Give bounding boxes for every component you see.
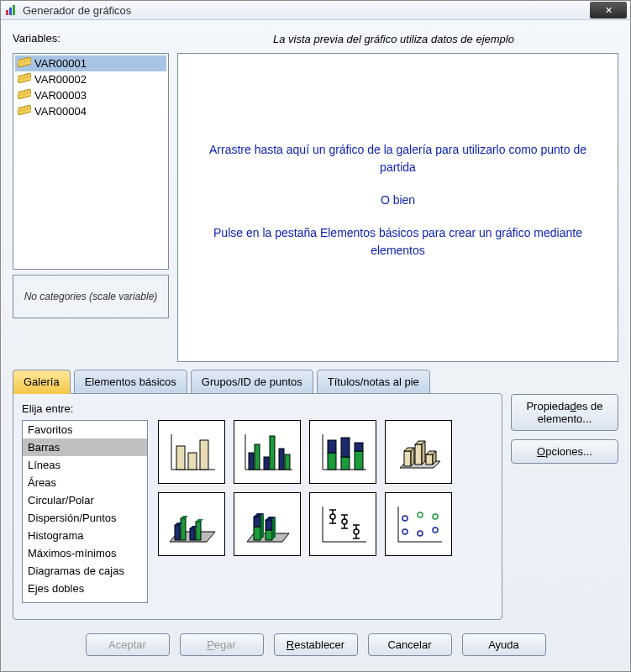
svg-rect-18	[18, 105, 31, 115]
tab-galer-a[interactable]: Galería	[13, 370, 71, 394]
variable-item[interactable]: VAR00002	[15, 71, 166, 87]
thumb-3d-bar[interactable]	[385, 420, 452, 484]
preview-msg-or: O bien	[381, 192, 415, 209]
tab-strip: GaleríaElementos básicosGrupos/ID de pun…	[13, 369, 502, 393]
help-button[interactable]: Ayuda	[462, 633, 546, 656]
window-title: Generador de gráficos	[23, 4, 590, 17]
chart-type-item[interactable]: Dispersión/Puntos	[23, 509, 147, 527]
variable-name: VAR00001	[34, 57, 87, 70]
thumb-3d-clustered-bar[interactable]	[158, 492, 225, 556]
thumb-scatter-dot[interactable]	[385, 492, 452, 556]
chart-type-list[interactable]: FavoritosBarrasLíneasÁreasCircular/Polar…	[22, 420, 148, 603]
svg-point-85	[354, 529, 359, 534]
chart-type-item[interactable]: Diagramas de cajas	[23, 562, 147, 580]
svg-rect-31	[255, 444, 260, 470]
svg-marker-47	[411, 448, 414, 466]
svg-rect-45	[404, 451, 411, 466]
variable-name: VAR00003	[34, 89, 87, 102]
chart-type-item[interactable]: Máximos-mínimos	[23, 544, 147, 562]
categories-box: No categories (scale variable)	[13, 275, 169, 318]
tab-elementos-b-sicos[interactable]: Elementos básicos	[74, 370, 187, 394]
cancel-button[interactable]: Cancelar	[368, 633, 452, 656]
svg-point-91	[418, 531, 423, 536]
svg-rect-0	[6, 10, 8, 15]
svg-point-88	[402, 516, 408, 521]
preview-msg-drag: Arrastre hasta aquí un gráfico de la gal…	[195, 141, 601, 176]
element-properties-button[interactable]: Propiedades de elemento...	[511, 394, 618, 431]
svg-rect-58	[196, 522, 201, 540]
svg-rect-1	[9, 8, 12, 15]
titlebar: Generador de gráficos ✕	[1, 1, 630, 20]
chart-builder-dialog: Generador de gráficos ✕ Variables: La vi…	[0, 0, 631, 672]
gallery-tab-body: Elija entre: FavoritosBarrasLíneasÁreasC…	[13, 393, 502, 620]
variable-item[interactable]: VAR00004	[15, 103, 166, 119]
svg-marker-62	[196, 519, 203, 522]
ruler-icon	[18, 105, 31, 118]
svg-point-77	[330, 514, 335, 519]
ruler-icon	[18, 73, 31, 86]
chart-preview-dropzone[interactable]: Arrastre hasta aquí un gráfico de la gal…	[177, 53, 618, 362]
svg-rect-55	[175, 525, 180, 540]
svg-rect-56	[181, 518, 186, 540]
svg-marker-60	[181, 516, 188, 518]
chart-type-item[interactable]: Circular/Polar	[23, 491, 147, 509]
svg-rect-41	[341, 438, 350, 457]
svg-rect-38	[328, 453, 336, 470]
ruler-icon	[18, 89, 31, 102]
svg-rect-35	[285, 454, 290, 470]
paste-button[interactable]: Pegar	[180, 633, 264, 656]
svg-rect-8	[18, 73, 31, 83]
thumb-simple-bar[interactable]	[158, 420, 225, 484]
thumb-clustered-bar[interactable]	[234, 420, 301, 484]
chart-type-item[interactable]: Histograma	[23, 527, 147, 544]
svg-rect-57	[190, 528, 195, 540]
ruler-icon	[18, 57, 31, 70]
svg-rect-13	[18, 89, 31, 99]
variable-name: VAR00002	[34, 73, 87, 86]
svg-marker-71	[272, 517, 276, 540]
close-button[interactable]: ✕	[590, 2, 627, 18]
svg-rect-33	[270, 436, 275, 470]
svg-point-92	[433, 514, 438, 519]
svg-rect-65	[254, 517, 260, 527]
app-icon	[4, 3, 18, 17]
svg-marker-50	[422, 441, 425, 465]
chart-type-item[interactable]: Favoritos	[23, 421, 147, 438]
variable-item[interactable]: VAR00003	[15, 87, 166, 103]
tab-t-tulos-notas-al-pie[interactable]: Títulos/notas al pie	[317, 370, 430, 394]
svg-rect-40	[341, 457, 350, 470]
thumb-error-bar[interactable]	[309, 492, 376, 556]
variables-label: Variables:	[13, 32, 169, 45]
variable-item[interactable]: VAR00001	[15, 55, 166, 71]
accept-button[interactable]: Aceptar	[86, 633, 170, 656]
chart-thumbnails	[158, 420, 493, 603]
svg-rect-48	[415, 444, 422, 465]
options-button[interactable]: Opciones...	[511, 439, 618, 464]
svg-rect-25	[176, 446, 185, 470]
variables-list[interactable]: VAR00001VAR00002VAR00003VAR00004	[13, 53, 169, 270]
thumb-3d-stacked-bar[interactable]	[234, 492, 301, 556]
svg-point-90	[418, 512, 423, 517]
svg-rect-66	[266, 530, 272, 540]
svg-rect-3	[18, 57, 31, 67]
svg-point-93	[433, 528, 438, 533]
chart-type-item[interactable]: Líneas	[23, 456, 147, 474]
chart-type-item[interactable]: Ejes dobles	[23, 580, 147, 597]
svg-point-81	[342, 519, 347, 524]
chart-type-item[interactable]: Barras	[23, 438, 147, 456]
preview-hint-label: La vista previa del gráfico utiliza dato…	[169, 33, 618, 45]
tab-grupos-id-de-puntos[interactable]: Grupos/ID de puntos	[191, 370, 313, 394]
reset-button[interactable]: Restablecer	[274, 633, 358, 656]
svg-rect-30	[249, 453, 254, 470]
svg-rect-42	[355, 451, 363, 470]
svg-rect-51	[426, 454, 433, 465]
dialog-button-bar: Aceptar Pegar Restablecer Cancelar Ayuda	[13, 627, 618, 659]
preview-msg-click: Pulse en la pestaña Elementos básicos pa…	[195, 224, 601, 260]
svg-rect-2	[13, 5, 15, 15]
svg-rect-34	[279, 449, 284, 470]
thumb-stacked-bar[interactable]	[309, 420, 376, 484]
chart-type-item[interactable]: Áreas	[23, 474, 147, 491]
svg-rect-27	[200, 440, 208, 470]
svg-rect-64	[254, 527, 260, 540]
svg-rect-67	[266, 520, 272, 530]
